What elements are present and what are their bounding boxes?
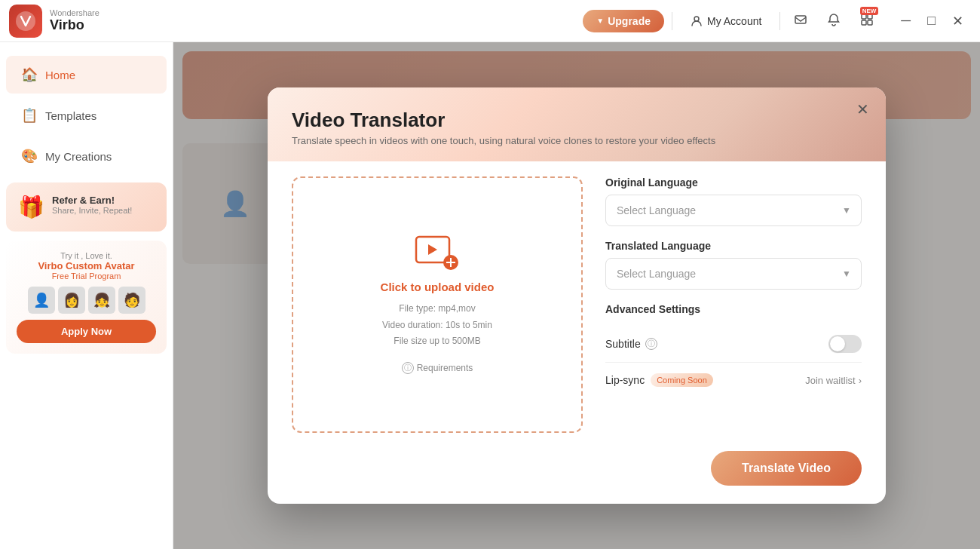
modal-header: Video Translator Translate speech in vid… (268, 87, 886, 161)
minimize-button[interactable]: ─ (893, 10, 918, 32)
original-language-dropdown-wrapper: Select Language ▼ (605, 195, 862, 226)
promo-card: Try it , Love it. Virbo Custom Avatar Fr… (6, 241, 167, 354)
subtitle-info-icon[interactable]: ⓘ (645, 338, 657, 350)
modal-title: Video Translator (292, 109, 862, 132)
app-name-label: Virbo (50, 17, 100, 33)
modal-close-button[interactable]: ✕ (851, 98, 874, 121)
original-language-label: Original Language (605, 176, 862, 189)
right-panel: Original Language Select Language ▼ Tran… (605, 176, 862, 433)
divider2 (779, 12, 780, 30)
promo-desc: Free Trial Program (17, 271, 156, 281)
new-badge: NEW (860, 7, 879, 15)
close-button[interactable]: ✕ (945, 10, 971, 32)
upgrade-button[interactable]: Upgrade (583, 10, 664, 32)
refer-title: Refer & Earn! (52, 195, 132, 206)
subtitle-label-group: Subtitle ⓘ (605, 338, 657, 350)
creations-icon: 🎨 (21, 148, 38, 164)
sidebar-item-templates[interactable]: 📋 Templates (6, 97, 167, 134)
upload-video-icon (415, 235, 460, 270)
promo-try-label: Try it , Love it. (17, 251, 156, 260)
upload-click-text: Click to upload video (381, 281, 495, 293)
video-translator-modal: Video Translator Translate speech in vid… (268, 87, 886, 504)
subtitle-row: Subtitle ⓘ (605, 326, 862, 363)
modal-overlay: Video Translator Translate speech in vid… (173, 42, 980, 549)
sidebar-item-my-creations[interactable]: 🎨 My Creations (6, 137, 167, 175)
lipsync-label-group: Lip-sync Coming Soon (605, 373, 713, 387)
titlebar-actions: Upgrade My Account NEW (583, 10, 971, 32)
grid-icon-button[interactable]: NEW (854, 10, 880, 32)
svg-marker-8 (428, 244, 437, 255)
my-account-button[interactable]: My Account (680, 10, 772, 32)
lipsync-row: Lip-sync Coming Soon Join waitlist › (605, 363, 862, 397)
coming-soon-badge: Coming Soon (651, 373, 713, 387)
titlebar: Wondershare Virbo Upgrade My Account (0, 0, 980, 42)
gift-icon: 🎁 (18, 195, 44, 219)
translate-video-button[interactable]: Translate Video (711, 451, 862, 486)
app-logo-area: Wondershare Virbo (9, 5, 100, 38)
sidebar-item-templates-label: Templates (45, 109, 96, 122)
sidebar-item-creations-label: My Creations (45, 150, 112, 163)
translate-btn-wrapper: Translate Video (268, 451, 886, 504)
requirements-link[interactable]: ⓘ Requirements (402, 362, 473, 374)
upload-info: File type: mp4,mov Video duration: 10s t… (382, 301, 492, 350)
upload-duration: Video duration: 10s to 5min (382, 317, 492, 334)
notification-icon-button[interactable] (821, 10, 847, 32)
brand-label: Wondershare (50, 8, 100, 17)
svg-rect-5 (862, 20, 866, 25)
translated-language-label: Translated Language (605, 240, 862, 252)
apply-now-button[interactable]: Apply Now (17, 320, 156, 343)
subtitle-toggle[interactable] (828, 335, 862, 353)
chevron-right-icon: › (859, 375, 862, 386)
app-logo-icon (9, 5, 42, 38)
upload-file-type: File type: mp4,mov (382, 301, 492, 317)
promo-title: Virbo Custom Avatar (17, 260, 156, 271)
sidebar: 🏠 Home 📋 Templates 🎨 My Creations 🎁 Refe… (0, 42, 173, 549)
translated-language-dropdown-wrapper: Select Language ▼ (605, 258, 862, 290)
divider (672, 12, 672, 30)
info-circle-icon: ⓘ (402, 362, 414, 374)
join-waitlist-label: Join waitlist (805, 375, 855, 386)
subtitle-label: Subtitle (605, 338, 641, 350)
promo-thumb-2: 👩 (58, 287, 85, 314)
sidebar-bottom: 🎁 Refer & Earn! Share, Invite, Repeat! T… (0, 182, 173, 354)
upload-area[interactable]: Click to upload video File type: mp4,mov… (292, 176, 583, 433)
join-waitlist-button[interactable]: Join waitlist › (805, 375, 862, 386)
bell-icon (827, 13, 841, 26)
user-icon (691, 15, 703, 27)
requirements-label: Requirements (417, 363, 473, 373)
refer-card-text: Refer & Earn! Share, Invite, Repeat! (52, 195, 132, 215)
promo-thumb-1: 👤 (28, 287, 55, 314)
promo-thumb-3: 👧 (88, 287, 115, 314)
sidebar-item-home-label: Home (45, 69, 75, 81)
refer-subtitle: Share, Invite, Repeat! (52, 206, 132, 215)
mail-icon-button[interactable] (788, 10, 813, 32)
modal-body: Click to upload video File type: mp4,mov… (268, 161, 886, 451)
advanced-settings-label: Advanced Settings (605, 303, 862, 315)
upload-file-size: File size up to 500MB (382, 333, 492, 350)
main-layout: 🏠 Home 📋 Templates 🎨 My Creations 🎁 Refe… (0, 42, 980, 549)
lipsync-label: Lip-sync (605, 374, 645, 386)
app-name: Wondershare Virbo (50, 8, 100, 33)
svg-rect-6 (868, 20, 872, 25)
maximize-button[interactable]: □ (920, 10, 943, 32)
templates-icon: 📋 (21, 107, 38, 124)
promo-thumb-4: 🧑 (118, 287, 145, 314)
svg-point-0 (16, 11, 35, 31)
home-icon: 🏠 (21, 66, 38, 83)
content-area: 👤 👩 👩‍💼 👦 👩‍🦱 👩 Video Translator Transla… (173, 42, 980, 549)
modal-subtitle: Translate speech in videos with one touc… (292, 135, 862, 146)
sidebar-item-home[interactable]: 🏠 Home (6, 56, 167, 94)
mail-icon (794, 13, 807, 26)
translated-language-select[interactable]: Select Language (605, 258, 862, 290)
refer-card[interactable]: 🎁 Refer & Earn! Share, Invite, Repeat! (6, 182, 167, 232)
svg-rect-2 (795, 16, 806, 23)
svg-point-1 (694, 17, 699, 21)
original-language-select[interactable]: Select Language (605, 195, 862, 226)
window-controls: ─ □ ✕ (893, 10, 971, 32)
promo-thumbnails: 👤 👩 👧 🧑 (17, 287, 156, 314)
